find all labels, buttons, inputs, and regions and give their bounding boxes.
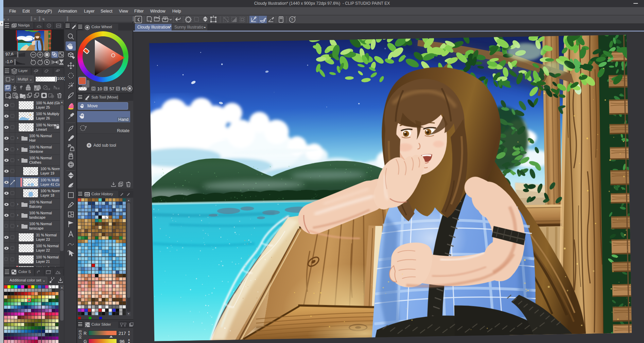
svg-text:2: 2	[35, 72, 36, 74]
svg-text:L: L	[105, 87, 107, 91]
svg-text:?: ?	[291, 18, 293, 22]
svg-text:S: S	[117, 87, 119, 91]
svg-text:65: 65	[122, 86, 126, 91]
svg-text:57: 57	[109, 86, 114, 91]
svg-text:H: H	[92, 87, 95, 91]
svg-text:10: 10	[97, 86, 102, 91]
